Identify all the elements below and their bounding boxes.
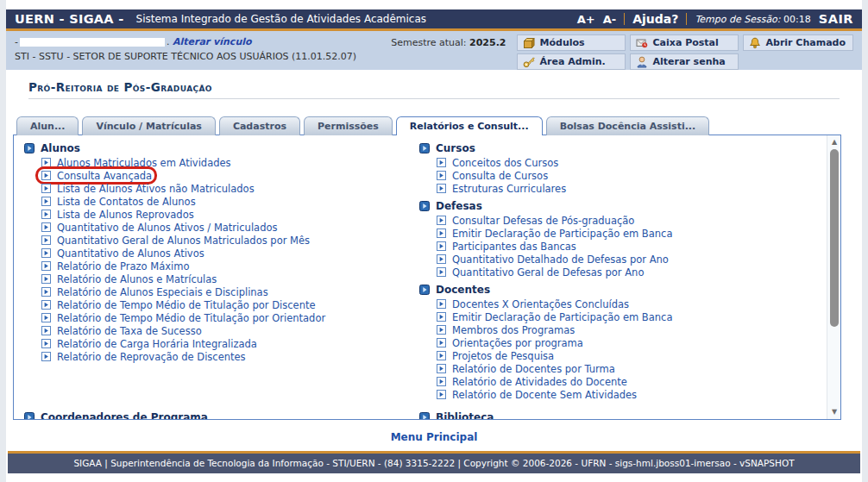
tab[interactable]: Bolsas Docência Assisti... <box>546 116 710 135</box>
admin-area-button-label: Área Admin. <box>540 56 606 67</box>
menu-item-label[interactable]: Relatório de Tempo Médio de Titulação po… <box>57 312 325 324</box>
menu-item[interactable]: Conceitos dos Cursos <box>437 156 558 169</box>
menu-item[interactable]: Relatório de Tempo Médio de Titulação po… <box>41 298 316 311</box>
menu-item[interactable]: Lista de Contatos de Alunos <box>41 195 196 208</box>
menu-item-label[interactable]: Orientações por programa <box>452 337 583 349</box>
menu-item-label[interactable]: Membros dos Programas <box>452 324 575 336</box>
menu-item[interactable]: Orientações por programa <box>437 336 583 349</box>
font-increase-button[interactable]: A+ <box>577 13 595 26</box>
item-arrow-icon <box>41 158 51 167</box>
tab-label: Relatórios e Consult... <box>410 121 529 132</box>
change-password-button[interactable]: Alterar senha <box>630 53 739 70</box>
menu-item[interactable]: Relatório de Prazo Máximo <box>41 260 189 272</box>
menu-item-label[interactable]: Relatório de Docentes por Turma <box>452 363 615 375</box>
tab[interactable]: Permissões <box>304 116 393 135</box>
menu-item-label[interactable]: Quantitativo Detalhado de Defesas por An… <box>452 254 669 266</box>
modules-button[interactable]: Módulos <box>517 34 626 51</box>
menu-item[interactable]: Quantitativo Geral de Alunos Matriculado… <box>41 234 310 247</box>
tab[interactable]: Vínculo / Matrículas <box>82 116 215 135</box>
menu-item-label[interactable]: Lista de Alunos Reprovados <box>57 209 194 221</box>
admin-area-button[interactable]: Área Admin. <box>517 53 626 70</box>
menu-item[interactable]: Relatório de Atividades do Docente <box>437 375 627 388</box>
mailbox-button[interactable]: Caixa Postal <box>630 34 739 51</box>
scrollbar-thumb[interactable] <box>830 149 839 327</box>
menu-item[interactable]: Relatório de Docente Sem Atividades <box>437 388 637 401</box>
menu-item-label[interactable]: Relatório de Tempo Médio de Titulação po… <box>57 299 316 311</box>
help-link[interactable]: Ajuda? <box>632 12 678 26</box>
menu-item[interactable]: Relatório de Alunos e Matrículas <box>41 272 217 285</box>
menu-item[interactable]: Quantitativo de Alunos Ativos / Matricul… <box>41 221 277 234</box>
item-arrow-icon <box>41 300 51 310</box>
item-arrow-icon <box>41 235 51 245</box>
change-bond-link[interactable]: Alterar vínculo <box>173 36 252 47</box>
menu-item[interactable]: Docentes X Orientações Concluídas <box>437 297 629 310</box>
scroll-up-arrow-icon[interactable]: ▲ <box>827 136 841 148</box>
menu-item[interactable]: Quantitativo Geral de Defesas por Ano <box>437 266 644 279</box>
menu-item-label[interactable]: Conceitos dos Cursos <box>452 157 558 169</box>
tab[interactable]: Cadastros <box>219 116 300 135</box>
menu-item-label[interactable]: Relatório de Carga Horária Integralizada <box>57 338 257 350</box>
menu-item-label[interactable]: Relatório de Alunos e Matrículas <box>57 273 217 285</box>
menu-item-label[interactable]: Relatório de Docente Sem Atividades <box>452 389 637 401</box>
menu-item-label[interactable]: Quantitativo Geral de Alunos Matriculado… <box>57 235 310 247</box>
tab-label: Vínculo / Matrículas <box>96 121 201 132</box>
menu-item-label[interactable]: Participantes das Bancas <box>452 241 576 253</box>
menu-item-label[interactable]: Relatório de Prazo Máximo <box>57 260 189 272</box>
menu-item[interactable]: Consulta de Cursos <box>437 169 548 182</box>
menu-item[interactable]: Consulta Avançada <box>41 169 152 182</box>
menu-item-label[interactable]: Estruturas Curriculares <box>452 183 566 195</box>
menu-item-label[interactable]: Docentes X Orientações Concluídas <box>452 298 629 310</box>
logout-button[interactable]: SAIR <box>819 12 853 26</box>
menu-item-label[interactable]: Relatório de Reprovação de Discentes <box>57 351 246 363</box>
menu-item[interactable]: Emitir Declaração de Participação em Ban… <box>437 310 672 323</box>
item-arrow-icon <box>437 351 446 360</box>
menu-item-label[interactable]: Lista de Contatos de Alunos <box>57 196 196 208</box>
menu-item[interactable]: Estruturas Curriculares <box>437 182 566 195</box>
menu-item-label[interactable]: Emitir Declaração de Participação em Ban… <box>452 311 672 323</box>
menu-item[interactable]: Consultar Defesas de Pós-graduação <box>437 214 634 227</box>
menu-item-label[interactable]: Quantitativo Geral de Defesas por Ano <box>452 266 644 279</box>
user-prefix: - <box>15 36 18 47</box>
open-ticket-button[interactable]: Abrir Chamado <box>743 34 853 51</box>
menu-item[interactable]: Lista de Alunos Reprovados <box>41 208 194 221</box>
info-bar: -. Alterar vínculo STI - SSTU - SETOR DE… <box>6 31 862 70</box>
menu-item[interactable]: Membros dos Programas <box>437 323 575 336</box>
menu-item-label[interactable]: Alunos Matriculados em Atividades <box>57 157 231 169</box>
menu-item-label[interactable]: Quantitativo de Alunos Ativos <box>57 247 204 260</box>
session-timer-label: Tempo de Sessão: 00:18 <box>695 14 810 25</box>
menu-item[interactable]: Relatório de Carga Horária Integralizada <box>41 337 257 350</box>
menu-item-label[interactable]: Quantitativo de Alunos Ativos / Matricul… <box>57 222 277 234</box>
menu-item[interactable]: Projetos de Pesquisa <box>437 349 554 362</box>
menu-principal-link[interactable]: Menu Principal <box>391 431 478 443</box>
menu-item-label[interactable]: Projetos de Pesquisa <box>452 350 554 362</box>
scroll-down-arrow-icon[interactable]: ▼ <box>827 406 841 418</box>
menu-item[interactable]: Quantitativo de Alunos Ativos <box>41 247 204 260</box>
menu-item[interactable]: Lista de Alunos Ativos não Matriculados <box>41 182 255 195</box>
tab[interactable]: Relatórios e Consult... <box>396 116 543 135</box>
menu-item-label[interactable]: Consulta Avançada <box>57 170 152 182</box>
menu-item-label[interactable]: Relatório de Alunos Especiais e Discipli… <box>57 286 268 298</box>
footer: SIGAA | Superintendência de Tecnologia d… <box>8 451 860 473</box>
menu-item[interactable]: Alunos Matriculados em Atividades <box>41 156 231 169</box>
menu-item[interactable]: Emitir Declaração de Participação em Ban… <box>437 227 672 240</box>
menu-item-label[interactable]: Emitir Declaração de Participação em Ban… <box>452 228 672 240</box>
menu-item[interactable]: Quantitativo Detalhado de Defesas por An… <box>437 253 669 266</box>
menu-item[interactable]: Relatório de Taxa de Sucesso <box>41 324 202 337</box>
menu-item[interactable]: Relatório de Docentes por Turma <box>437 362 615 375</box>
menu-item-label[interactable]: Relatório de Atividades do Docente <box>452 376 627 388</box>
menu-item-label[interactable]: Lista de Alunos Ativos não Matriculados <box>57 183 255 195</box>
menu-item-label[interactable]: Consulta de Cursos <box>452 170 548 182</box>
item-arrow-icon <box>41 222 51 232</box>
item-arrow-icon <box>41 274 51 284</box>
menu-item[interactable]: Relatório de Alunos Especiais e Discipli… <box>41 285 268 298</box>
menu-item-label[interactable]: Relatório de Taxa de Sucesso <box>57 325 202 337</box>
menu-item[interactable]: Participantes das Bancas <box>437 240 576 253</box>
menu-item[interactable]: Relatório de Reprovação de Discentes <box>41 350 246 363</box>
font-decrease-button[interactable]: A- <box>603 13 616 26</box>
panel-scrollbar[interactable]: ▲ ▼ <box>827 135 840 419</box>
item-arrow-icon <box>437 158 446 167</box>
tab[interactable]: Alun... <box>16 116 79 135</box>
menu-item[interactable]: Relatório de Tempo Médio de Titulação po… <box>41 311 325 324</box>
menu-item-label[interactable]: Consultar Defesas de Pós-graduação <box>452 215 634 227</box>
divider <box>624 13 625 25</box>
